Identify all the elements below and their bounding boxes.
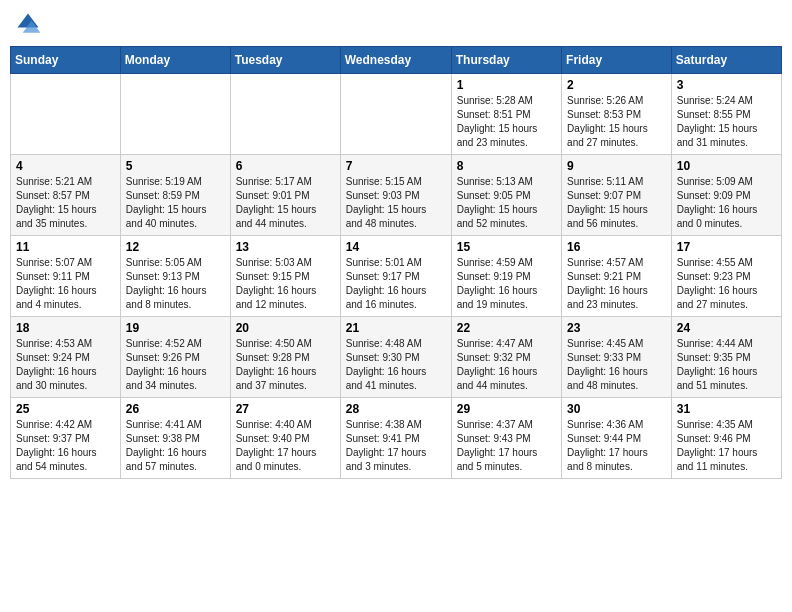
calendar-week-5: 25Sunrise: 4:42 AM Sunset: 9:37 PM Dayli… <box>11 398 782 479</box>
day-header-tuesday: Tuesday <box>230 47 340 74</box>
day-info: Sunrise: 4:53 AM Sunset: 9:24 PM Dayligh… <box>16 337 115 393</box>
day-info: Sunrise: 5:17 AM Sunset: 9:01 PM Dayligh… <box>236 175 335 231</box>
day-info: Sunrise: 5:13 AM Sunset: 9:05 PM Dayligh… <box>457 175 556 231</box>
day-info: Sunrise: 5:26 AM Sunset: 8:53 PM Dayligh… <box>567 94 666 150</box>
calendar-cell: 16Sunrise: 4:57 AM Sunset: 9:21 PM Dayli… <box>562 236 672 317</box>
calendar-cell: 17Sunrise: 4:55 AM Sunset: 9:23 PM Dayli… <box>671 236 781 317</box>
day-info: Sunrise: 5:07 AM Sunset: 9:11 PM Dayligh… <box>16 256 115 312</box>
calendar-cell <box>340 74 451 155</box>
day-number: 27 <box>236 402 335 416</box>
day-header-saturday: Saturday <box>671 47 781 74</box>
day-number: 17 <box>677 240 776 254</box>
day-info: Sunrise: 4:50 AM Sunset: 9:28 PM Dayligh… <box>236 337 335 393</box>
calendar-cell: 1Sunrise: 5:28 AM Sunset: 8:51 PM Daylig… <box>451 74 561 155</box>
calendar-week-4: 18Sunrise: 4:53 AM Sunset: 9:24 PM Dayli… <box>11 317 782 398</box>
calendar-cell: 23Sunrise: 4:45 AM Sunset: 9:33 PM Dayli… <box>562 317 672 398</box>
day-number: 18 <box>16 321 115 335</box>
day-number: 26 <box>126 402 225 416</box>
day-info: Sunrise: 5:24 AM Sunset: 8:55 PM Dayligh… <box>677 94 776 150</box>
day-number: 2 <box>567 78 666 92</box>
day-info: Sunrise: 5:21 AM Sunset: 8:57 PM Dayligh… <box>16 175 115 231</box>
day-number: 28 <box>346 402 446 416</box>
day-number: 16 <box>567 240 666 254</box>
day-number: 15 <box>457 240 556 254</box>
day-number: 22 <box>457 321 556 335</box>
day-info: Sunrise: 4:55 AM Sunset: 9:23 PM Dayligh… <box>677 256 776 312</box>
day-number: 25 <box>16 402 115 416</box>
day-number: 4 <box>16 159 115 173</box>
calendar-cell: 10Sunrise: 5:09 AM Sunset: 9:09 PM Dayli… <box>671 155 781 236</box>
day-info: Sunrise: 4:40 AM Sunset: 9:40 PM Dayligh… <box>236 418 335 474</box>
day-number: 12 <box>126 240 225 254</box>
calendar-cell <box>120 74 230 155</box>
calendar-cell: 22Sunrise: 4:47 AM Sunset: 9:32 PM Dayli… <box>451 317 561 398</box>
day-number: 9 <box>567 159 666 173</box>
calendar-cell: 19Sunrise: 4:52 AM Sunset: 9:26 PM Dayli… <box>120 317 230 398</box>
day-number: 5 <box>126 159 225 173</box>
day-number: 14 <box>346 240 446 254</box>
day-info: Sunrise: 5:15 AM Sunset: 9:03 PM Dayligh… <box>346 175 446 231</box>
calendar-cell: 14Sunrise: 5:01 AM Sunset: 9:17 PM Dayli… <box>340 236 451 317</box>
day-number: 19 <box>126 321 225 335</box>
day-number: 20 <box>236 321 335 335</box>
calendar-cell <box>230 74 340 155</box>
day-number: 10 <box>677 159 776 173</box>
calendar-table: SundayMondayTuesdayWednesdayThursdayFrid… <box>10 46 782 479</box>
day-info: Sunrise: 5:19 AM Sunset: 8:59 PM Dayligh… <box>126 175 225 231</box>
logo-icon <box>14 10 42 38</box>
calendar-header-row: SundayMondayTuesdayWednesdayThursdayFrid… <box>11 47 782 74</box>
day-number: 29 <box>457 402 556 416</box>
calendar-cell: 9Sunrise: 5:11 AM Sunset: 9:07 PM Daylig… <box>562 155 672 236</box>
day-number: 1 <box>457 78 556 92</box>
calendar-week-2: 4Sunrise: 5:21 AM Sunset: 8:57 PM Daylig… <box>11 155 782 236</box>
day-info: Sunrise: 4:45 AM Sunset: 9:33 PM Dayligh… <box>567 337 666 393</box>
day-number: 8 <box>457 159 556 173</box>
day-info: Sunrise: 4:44 AM Sunset: 9:35 PM Dayligh… <box>677 337 776 393</box>
day-header-monday: Monday <box>120 47 230 74</box>
calendar-week-1: 1Sunrise: 5:28 AM Sunset: 8:51 PM Daylig… <box>11 74 782 155</box>
calendar-cell <box>11 74 121 155</box>
calendar-cell: 28Sunrise: 4:38 AM Sunset: 9:41 PM Dayli… <box>340 398 451 479</box>
calendar-cell: 29Sunrise: 4:37 AM Sunset: 9:43 PM Dayli… <box>451 398 561 479</box>
day-info: Sunrise: 4:42 AM Sunset: 9:37 PM Dayligh… <box>16 418 115 474</box>
day-info: Sunrise: 4:57 AM Sunset: 9:21 PM Dayligh… <box>567 256 666 312</box>
day-info: Sunrise: 4:41 AM Sunset: 9:38 PM Dayligh… <box>126 418 225 474</box>
day-header-thursday: Thursday <box>451 47 561 74</box>
logo <box>14 10 46 38</box>
calendar-cell: 2Sunrise: 5:26 AM Sunset: 8:53 PM Daylig… <box>562 74 672 155</box>
calendar-cell: 5Sunrise: 5:19 AM Sunset: 8:59 PM Daylig… <box>120 155 230 236</box>
calendar-cell: 30Sunrise: 4:36 AM Sunset: 9:44 PM Dayli… <box>562 398 672 479</box>
calendar-cell: 15Sunrise: 4:59 AM Sunset: 9:19 PM Dayli… <box>451 236 561 317</box>
calendar-week-3: 11Sunrise: 5:07 AM Sunset: 9:11 PM Dayli… <box>11 236 782 317</box>
calendar-cell: 25Sunrise: 4:42 AM Sunset: 9:37 PM Dayli… <box>11 398 121 479</box>
day-header-wednesday: Wednesday <box>340 47 451 74</box>
calendar-cell: 27Sunrise: 4:40 AM Sunset: 9:40 PM Dayli… <box>230 398 340 479</box>
day-info: Sunrise: 5:11 AM Sunset: 9:07 PM Dayligh… <box>567 175 666 231</box>
day-number: 30 <box>567 402 666 416</box>
day-number: 24 <box>677 321 776 335</box>
day-info: Sunrise: 5:09 AM Sunset: 9:09 PM Dayligh… <box>677 175 776 231</box>
day-info: Sunrise: 5:03 AM Sunset: 9:15 PM Dayligh… <box>236 256 335 312</box>
calendar-cell: 6Sunrise: 5:17 AM Sunset: 9:01 PM Daylig… <box>230 155 340 236</box>
day-info: Sunrise: 5:28 AM Sunset: 8:51 PM Dayligh… <box>457 94 556 150</box>
day-info: Sunrise: 4:48 AM Sunset: 9:30 PM Dayligh… <box>346 337 446 393</box>
calendar-cell: 3Sunrise: 5:24 AM Sunset: 8:55 PM Daylig… <box>671 74 781 155</box>
day-info: Sunrise: 4:36 AM Sunset: 9:44 PM Dayligh… <box>567 418 666 474</box>
calendar-cell: 12Sunrise: 5:05 AM Sunset: 9:13 PM Dayli… <box>120 236 230 317</box>
day-info: Sunrise: 4:38 AM Sunset: 9:41 PM Dayligh… <box>346 418 446 474</box>
calendar-cell: 26Sunrise: 4:41 AM Sunset: 9:38 PM Dayli… <box>120 398 230 479</box>
day-number: 3 <box>677 78 776 92</box>
page-header <box>10 10 782 38</box>
day-info: Sunrise: 4:35 AM Sunset: 9:46 PM Dayligh… <box>677 418 776 474</box>
day-header-sunday: Sunday <box>11 47 121 74</box>
day-info: Sunrise: 4:52 AM Sunset: 9:26 PM Dayligh… <box>126 337 225 393</box>
day-info: Sunrise: 4:47 AM Sunset: 9:32 PM Dayligh… <box>457 337 556 393</box>
calendar-cell: 11Sunrise: 5:07 AM Sunset: 9:11 PM Dayli… <box>11 236 121 317</box>
calendar-cell: 13Sunrise: 5:03 AM Sunset: 9:15 PM Dayli… <box>230 236 340 317</box>
calendar-cell: 4Sunrise: 5:21 AM Sunset: 8:57 PM Daylig… <box>11 155 121 236</box>
day-info: Sunrise: 5:05 AM Sunset: 9:13 PM Dayligh… <box>126 256 225 312</box>
day-number: 13 <box>236 240 335 254</box>
day-info: Sunrise: 4:59 AM Sunset: 9:19 PM Dayligh… <box>457 256 556 312</box>
day-number: 7 <box>346 159 446 173</box>
day-info: Sunrise: 4:37 AM Sunset: 9:43 PM Dayligh… <box>457 418 556 474</box>
